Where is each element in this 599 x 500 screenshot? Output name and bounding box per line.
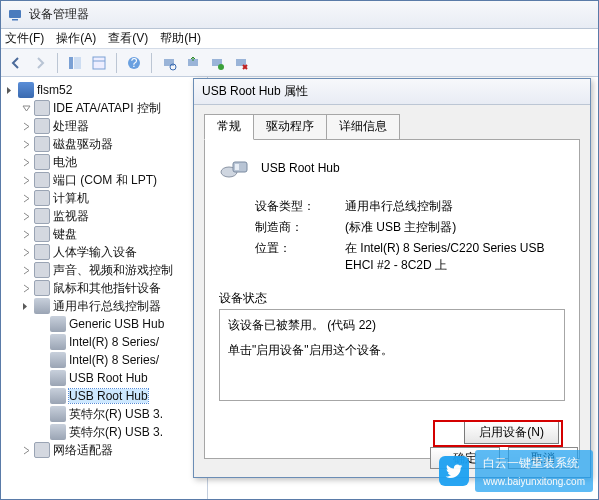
svg-rect-1: [12, 19, 18, 21]
status-line: 单击"启用设备"启用这个设备。: [228, 341, 556, 360]
device-large-icon: [219, 152, 251, 184]
label-device-type: 设备类型：: [255, 198, 345, 215]
usb-icon: [50, 316, 66, 332]
uninstall-button[interactable]: [230, 52, 252, 74]
device-icon: [34, 190, 50, 206]
nav-back-button[interactable]: [5, 52, 27, 74]
help-button[interactable]: ?: [123, 52, 145, 74]
tab-details[interactable]: 详细信息: [326, 114, 400, 140]
usb-icon: [50, 352, 66, 368]
dialog-titlebar: USB Root Hub 属性: [194, 79, 590, 105]
tree-item[interactable]: 磁盘驱动器: [3, 135, 205, 153]
device-icon: [34, 154, 50, 170]
menu-action[interactable]: 操作(A): [56, 30, 96, 47]
collapse-icon[interactable]: [21, 301, 32, 312]
tree-item[interactable]: Generic USB Hub: [3, 315, 205, 333]
device-icon: [34, 442, 50, 458]
svg-rect-0: [9, 10, 21, 18]
device-icon: [34, 208, 50, 224]
toolbar-sep: [116, 53, 117, 73]
device-icon: [34, 136, 50, 152]
tree-label: flsm52: [37, 83, 72, 97]
svg-rect-8: [164, 59, 174, 66]
toolbar-sep: [57, 53, 58, 73]
tree-item[interactable]: 计算机: [3, 189, 205, 207]
device-name: USB Root Hub: [261, 161, 340, 175]
menubar: 文件(F) 操作(A) 查看(V) 帮助(H): [1, 29, 598, 49]
tree-item[interactable]: 键盘: [3, 225, 205, 243]
usb-icon: [34, 298, 50, 314]
tree-item[interactable]: 人体学输入设备: [3, 243, 205, 261]
twitter-icon: [439, 456, 469, 486]
status-line: 该设备已被禁用。 (代码 22): [228, 316, 556, 335]
watermark-text: 白云一键重装系统 www.baiyunxitong.com: [475, 450, 593, 492]
device-icon: [34, 118, 50, 134]
device-icon: [34, 262, 50, 278]
svg-rect-18: [235, 164, 239, 170]
device-icon: [34, 280, 50, 296]
properties-dialog: USB Root Hub 属性 常规 驱动程序 详细信息 USB Root Hu…: [193, 78, 591, 478]
device-icon: [34, 100, 50, 116]
tab-panel-general: USB Root Hub 设备类型：通用串行总线控制器 制造商：(标准 USB …: [204, 139, 580, 459]
tree-root[interactable]: flsm52: [3, 81, 205, 99]
window-title: 设备管理器: [29, 6, 89, 23]
device-icon: [34, 226, 50, 242]
svg-text:?: ?: [131, 56, 138, 70]
computer-icon: [18, 82, 34, 98]
tree-item[interactable]: 英特尔(R) USB 3.: [3, 423, 205, 441]
device-tree[interactable]: flsm52 IDE ATA/ATAPI 控制 处理器 磁盘驱动器 电池 端口 …: [1, 77, 208, 499]
scan-button[interactable]: [158, 52, 180, 74]
tree-item[interactable]: Intel(R) 8 Series/: [3, 333, 205, 351]
value-device-type: 通用串行总线控制器: [345, 198, 565, 215]
menu-view[interactable]: 查看(V): [108, 30, 148, 47]
nav-fwd-button[interactable]: [29, 52, 51, 74]
svg-rect-4: [93, 57, 105, 69]
tree-item[interactable]: 鼠标和其他指针设备: [3, 279, 205, 297]
tree-item[interactable]: 电池: [3, 153, 205, 171]
usb-icon: [50, 406, 66, 422]
usb-icon: [50, 424, 66, 440]
usb-icon: [50, 388, 66, 404]
usb-icon: [50, 370, 66, 386]
tree-item[interactable]: Intel(R) 8 Series/: [3, 351, 205, 369]
tree-item[interactable]: IDE ATA/ATAPI 控制: [3, 99, 205, 117]
menu-help[interactable]: 帮助(H): [160, 30, 201, 47]
expand-icon[interactable]: [21, 103, 32, 114]
tree-item[interactable]: 监视器: [3, 207, 205, 225]
status-label: 设备状态: [219, 290, 565, 307]
tree-item[interactable]: 声音、视频和游戏控制: [3, 261, 205, 279]
tree-item-selected[interactable]: USB Root Hub: [3, 387, 205, 405]
value-manufacturer: (标准 USB 主控制器): [345, 219, 565, 236]
watermark: 白云一键重装系统 www.baiyunxitong.com: [439, 450, 593, 492]
label-location: 位置：: [255, 240, 345, 274]
show-hide-tree-button[interactable]: [64, 52, 86, 74]
tree-item[interactable]: USB Root Hub: [3, 369, 205, 387]
usb-icon: [50, 334, 66, 350]
tab-general[interactable]: 常规: [204, 114, 254, 140]
enable-device-button[interactable]: 启用设备(N): [464, 421, 559, 444]
tree-item[interactable]: 英特尔(R) USB 3.: [3, 405, 205, 423]
tree-item[interactable]: 处理器: [3, 117, 205, 135]
svg-rect-3: [74, 57, 81, 69]
menu-file[interactable]: 文件(F): [5, 30, 44, 47]
update-driver-button[interactable]: [182, 52, 204, 74]
svg-point-12: [218, 64, 224, 70]
expand-icon[interactable]: [5, 85, 16, 96]
properties-button[interactable]: [88, 52, 110, 74]
svg-rect-2: [69, 57, 73, 69]
tree-item[interactable]: 端口 (COM 和 LPT): [3, 171, 205, 189]
tree-item-usb-controllers[interactable]: 通用串行总线控制器: [3, 297, 205, 315]
dialog-title: USB Root Hub 属性: [202, 83, 308, 100]
device-icon: [34, 172, 50, 188]
tree-item[interactable]: 网络适配器: [3, 441, 205, 459]
enable-button[interactable]: [206, 52, 228, 74]
tabs: 常规 驱动程序 详细信息: [204, 113, 580, 139]
svg-rect-13: [236, 59, 246, 66]
status-textbox[interactable]: 该设备已被禁用。 (代码 22) 单击"启用设备"启用这个设备。: [219, 309, 565, 401]
toolbar-sep: [151, 53, 152, 73]
value-location: 在 Intel(R) 8 Series/C220 Series USB EHCI…: [345, 240, 565, 274]
toolbar: ?: [1, 49, 598, 77]
titlebar: 设备管理器: [1, 1, 598, 29]
tab-driver[interactable]: 驱动程序: [253, 114, 327, 140]
label-manufacturer: 制造商：: [255, 219, 345, 236]
